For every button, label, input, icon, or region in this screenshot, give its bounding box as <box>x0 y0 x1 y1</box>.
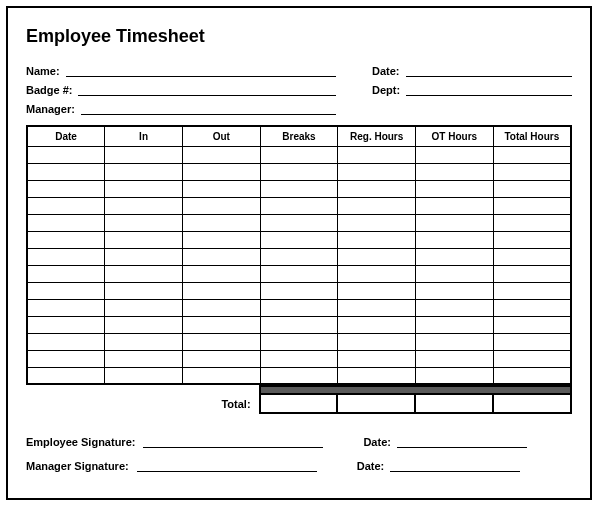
manager-line[interactable] <box>81 103 336 115</box>
cell[interactable] <box>105 299 183 316</box>
cell[interactable] <box>493 350 571 367</box>
sum-reg[interactable] <box>337 394 415 413</box>
cell[interactable] <box>416 282 494 299</box>
name-line[interactable] <box>66 65 336 77</box>
cell[interactable] <box>105 180 183 197</box>
employee-sig-line[interactable] <box>143 436 323 448</box>
cell[interactable] <box>260 214 338 231</box>
sum-breaks[interactable] <box>260 394 338 413</box>
cell[interactable] <box>105 316 183 333</box>
cell[interactable] <box>338 146 416 163</box>
sum-ot[interactable] <box>415 394 493 413</box>
cell[interactable] <box>493 214 571 231</box>
cell[interactable] <box>416 180 494 197</box>
cell[interactable] <box>182 282 260 299</box>
cell[interactable] <box>416 265 494 282</box>
badge-line[interactable] <box>78 84 336 96</box>
cell[interactable] <box>27 299 105 316</box>
cell[interactable] <box>493 367 571 384</box>
cell[interactable] <box>493 333 571 350</box>
cell[interactable] <box>416 333 494 350</box>
cell[interactable] <box>260 282 338 299</box>
cell[interactable] <box>416 350 494 367</box>
cell[interactable] <box>260 248 338 265</box>
cell[interactable] <box>260 299 338 316</box>
cell[interactable] <box>27 197 105 214</box>
cell[interactable] <box>182 214 260 231</box>
cell[interactable] <box>338 180 416 197</box>
cell[interactable] <box>182 231 260 248</box>
cell[interactable] <box>338 248 416 265</box>
cell[interactable] <box>416 163 494 180</box>
cell[interactable] <box>338 214 416 231</box>
cell[interactable] <box>182 197 260 214</box>
cell[interactable] <box>416 197 494 214</box>
cell[interactable] <box>338 197 416 214</box>
cell[interactable] <box>182 333 260 350</box>
cell[interactable] <box>338 282 416 299</box>
cell[interactable] <box>493 282 571 299</box>
cell[interactable] <box>105 282 183 299</box>
cell[interactable] <box>416 214 494 231</box>
cell[interactable] <box>493 180 571 197</box>
cell[interactable] <box>27 163 105 180</box>
cell[interactable] <box>182 316 260 333</box>
cell[interactable] <box>105 197 183 214</box>
cell[interactable] <box>105 265 183 282</box>
cell[interactable] <box>260 146 338 163</box>
cell[interactable] <box>338 265 416 282</box>
cell[interactable] <box>105 248 183 265</box>
cell[interactable] <box>105 146 183 163</box>
date-line[interactable] <box>406 65 572 77</box>
cell[interactable] <box>27 180 105 197</box>
cell[interactable] <box>260 180 338 197</box>
cell[interactable] <box>493 146 571 163</box>
cell[interactable] <box>260 197 338 214</box>
cell[interactable] <box>416 316 494 333</box>
cell[interactable] <box>493 299 571 316</box>
cell[interactable] <box>105 350 183 367</box>
cell[interactable] <box>27 316 105 333</box>
cell[interactable] <box>182 248 260 265</box>
cell[interactable] <box>27 350 105 367</box>
employee-sig-date-line[interactable] <box>397 436 527 448</box>
dept-line[interactable] <box>406 84 572 96</box>
cell[interactable] <box>338 299 416 316</box>
cell[interactable] <box>27 265 105 282</box>
cell[interactable] <box>27 333 105 350</box>
cell[interactable] <box>493 231 571 248</box>
sum-total[interactable] <box>493 394 571 413</box>
cell[interactable] <box>27 248 105 265</box>
cell[interactable] <box>182 265 260 282</box>
cell[interactable] <box>27 146 105 163</box>
cell[interactable] <box>416 146 494 163</box>
cell[interactable] <box>338 367 416 384</box>
cell[interactable] <box>182 180 260 197</box>
cell[interactable] <box>416 299 494 316</box>
cell[interactable] <box>105 214 183 231</box>
cell[interactable] <box>105 231 183 248</box>
cell[interactable] <box>338 316 416 333</box>
cell[interactable] <box>493 197 571 214</box>
cell[interactable] <box>27 214 105 231</box>
cell[interactable] <box>416 231 494 248</box>
cell[interactable] <box>182 146 260 163</box>
cell[interactable] <box>338 350 416 367</box>
cell[interactable] <box>493 265 571 282</box>
cell[interactable] <box>416 367 494 384</box>
cell[interactable] <box>105 163 183 180</box>
cell[interactable] <box>260 367 338 384</box>
cell[interactable] <box>338 333 416 350</box>
cell[interactable] <box>260 316 338 333</box>
cell[interactable] <box>416 248 494 265</box>
cell[interactable] <box>105 367 183 384</box>
cell[interactable] <box>260 231 338 248</box>
cell[interactable] <box>182 163 260 180</box>
cell[interactable] <box>182 350 260 367</box>
cell[interactable] <box>493 316 571 333</box>
cell[interactable] <box>493 163 571 180</box>
cell[interactable] <box>338 163 416 180</box>
cell[interactable] <box>260 163 338 180</box>
cell[interactable] <box>260 350 338 367</box>
cell[interactable] <box>27 367 105 384</box>
